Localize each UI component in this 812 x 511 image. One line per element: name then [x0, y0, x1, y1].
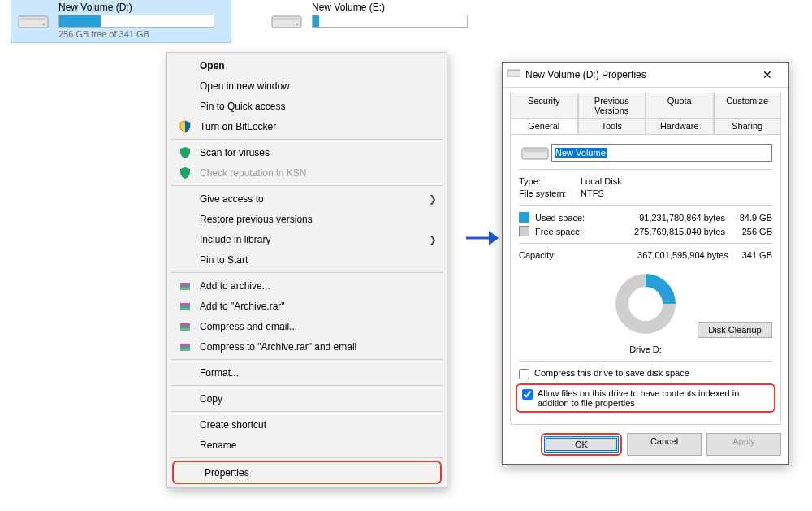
menu-open[interactable]: Open	[169, 55, 445, 76]
tab-previous-versions[interactable]: Previous Versions	[578, 93, 646, 118]
tab-general[interactable]: General	[510, 118, 578, 134]
menu-format[interactable]: Format...	[169, 362, 445, 383]
kaspersky-shield-icon	[177, 145, 193, 161]
svg-rect-7	[180, 283, 190, 285]
menu-scan-viruses[interactable]: Scan for viruses	[169, 142, 445, 162]
used-human: 84.9 GB	[728, 213, 772, 223]
compress-checkbox[interactable]: Compress this drive to save disk space	[519, 368, 772, 379]
capacity-bytes: 367,001,595,904 bytes	[595, 250, 728, 260]
menu-rename[interactable]: Rename	[169, 435, 445, 455]
tab-tools[interactable]: Tools	[578, 118, 646, 134]
ok-button[interactable]: OK	[544, 436, 619, 453]
free-label: Free space:	[535, 227, 598, 236]
used-bytes: 91,231,780,864 bytes	[602, 213, 725, 223]
shield-icon	[177, 119, 193, 135]
capacity-bar	[58, 15, 214, 28]
svg-rect-17	[180, 328, 190, 331]
capacity-human: 341 GB	[728, 250, 772, 260]
tab-customize[interactable]: Customize	[714, 93, 782, 118]
free-human: 256 GB	[728, 227, 772, 236]
menu-copy[interactable]: Copy	[169, 388, 445, 409]
svg-rect-19	[180, 344, 190, 346]
used-color-swatch	[519, 212, 529, 223]
type-label: Type:	[519, 176, 581, 186]
volume-label-input[interactable]: New Volume	[551, 144, 772, 162]
menu-add-archive[interactable]: Add to archive...	[169, 275, 445, 296]
chevron-right-icon: ❯	[429, 234, 437, 245]
free-color-swatch	[519, 226, 529, 236]
menu-create-shortcut[interactable]: Create shortcut	[169, 414, 445, 435]
svg-rect-25	[524, 149, 546, 152]
menu-add-archive-rar[interactable]: Add to "Archive.rar"	[169, 296, 445, 316]
svg-rect-16	[180, 326, 190, 328]
apply-button[interactable]: Apply	[706, 433, 781, 456]
hdd-icon	[508, 68, 520, 81]
menu-compress-email[interactable]: Compress and email...	[169, 316, 445, 336]
winrar-icon	[177, 298, 193, 314]
tab-security[interactable]: Security	[510, 93, 578, 118]
menu-restore-previous[interactable]: Restore previous versions	[169, 209, 445, 229]
drive-caption: Drive D:	[519, 344, 772, 354]
menu-open-new-window[interactable]: Open in new window	[169, 76, 445, 96]
hdd-icon	[268, 2, 305, 39]
svg-rect-11	[180, 303, 190, 305]
tabs-row-1: Security Previous Versions Quota Customi…	[510, 93, 781, 118]
drive-name: New Volume (E:)	[312, 2, 481, 13]
svg-rect-21	[180, 349, 190, 351]
kaspersky-shield-icon	[177, 165, 193, 181]
used-label: Used space:	[535, 213, 598, 223]
drive-tile-e[interactable]: New Volume (E:)	[265, 0, 484, 42]
disk-cleanup-button[interactable]: Disk Cleanup	[698, 322, 772, 338]
free-bytes: 275,769,815,040 bytes	[602, 227, 725, 236]
cancel-button[interactable]: Cancel	[627, 433, 702, 456]
svg-rect-15	[180, 323, 190, 326]
svg-point-2	[43, 24, 45, 26]
hdd-icon	[519, 143, 551, 162]
svg-rect-4	[274, 18, 300, 20]
tab-hardware[interactable]: Hardware	[646, 118, 714, 134]
svg-rect-13	[180, 308, 190, 310]
menu-check-ksn[interactable]: Check reputation in KSN	[169, 162, 445, 183]
capacity-label: Capacity:	[519, 250, 595, 260]
filesystem-value: NTFS	[581, 188, 604, 198]
tab-quota[interactable]: Quota	[646, 93, 714, 118]
menu-give-access[interactable]: Give access to❯	[169, 188, 445, 209]
menu-bitlocker[interactable]: Turn on BitLocker	[169, 116, 445, 136]
filesystem-label: File system:	[519, 188, 581, 198]
menu-pin-start[interactable]: Pin to Start	[169, 249, 445, 270]
svg-point-5	[296, 24, 299, 26]
volume-label-value: New Volume	[555, 148, 607, 158]
menu-pin-quick-access[interactable]: Pin to Quick access	[169, 96, 445, 116]
titlebar[interactable]: New Volume (D:) Properties ✕	[503, 63, 788, 88]
close-button[interactable]: ✕	[751, 63, 784, 87]
menu-properties[interactable]: Properties	[172, 461, 442, 484]
tab-sharing[interactable]: Sharing	[714, 118, 782, 134]
drive-tile-d[interactable]: New Volume (D:) 256 GB free of 341 GB	[11, 0, 231, 42]
chevron-right-icon: ❯	[429, 193, 437, 205]
svg-rect-8	[180, 285, 190, 288]
index-checkbox-input[interactable]	[522, 389, 533, 400]
usage-donut-chart	[615, 274, 676, 334]
svg-rect-9	[180, 288, 190, 290]
annotation-arrow-icon	[464, 227, 500, 251]
winrar-icon	[177, 318, 193, 335]
svg-rect-1	[20, 18, 46, 20]
compress-checkbox-input[interactable]	[519, 369, 529, 379]
index-label: Allow files on this drive to have conten…	[538, 388, 769, 408]
menu-include-library[interactable]: Include in library❯	[169, 229, 445, 249]
compress-label: Compress this drive to save disk space	[534, 368, 689, 378]
hdd-icon	[15, 2, 52, 39]
highlight-ok-button: OK	[541, 433, 622, 456]
svg-rect-12	[180, 305, 190, 308]
highlight-index-option: Allow files on this drive to have conten…	[516, 383, 775, 413]
index-checkbox[interactable]: Allow files on this drive to have conten…	[522, 388, 769, 408]
type-value: Local Disk	[581, 176, 622, 186]
drive-free-text: 256 GB free of 341 GB	[58, 29, 227, 39]
svg-rect-23	[508, 70, 520, 76]
winrar-icon	[177, 278, 193, 294]
winrar-icon	[177, 339, 193, 355]
context-menu: Open Open in new window Pin to Quick acc…	[166, 52, 447, 488]
menu-compress-rar-email[interactable]: Compress to "Archive.rar" and email	[169, 336, 445, 357]
window-title: New Volume (D:) Properties	[525, 69, 751, 80]
drive-name: New Volume (D:)	[58, 2, 227, 13]
